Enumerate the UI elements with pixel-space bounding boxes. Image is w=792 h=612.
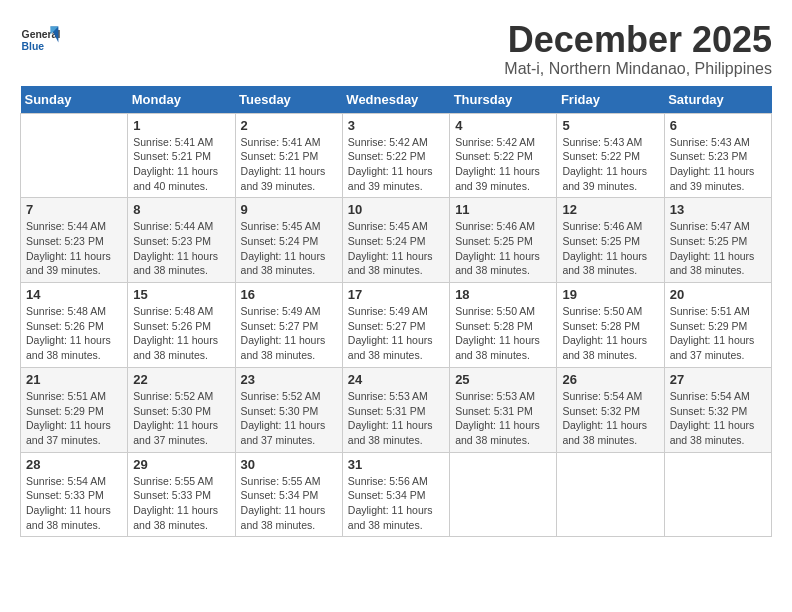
column-header-sunday: Sunday (21, 86, 128, 114)
day-number: 20 (670, 287, 766, 302)
day-number: 1 (133, 118, 229, 133)
calendar-cell: 16Sunrise: 5:49 AM Sunset: 5:27 PM Dayli… (235, 283, 342, 368)
day-info: Sunrise: 5:54 AM Sunset: 5:33 PM Dayligh… (26, 474, 122, 533)
calendar-week-row: 7Sunrise: 5:44 AM Sunset: 5:23 PM Daylig… (21, 198, 772, 283)
day-number: 15 (133, 287, 229, 302)
day-number: 11 (455, 202, 551, 217)
day-info: Sunrise: 5:54 AM Sunset: 5:32 PM Dayligh… (562, 389, 658, 448)
day-info: Sunrise: 5:50 AM Sunset: 5:28 PM Dayligh… (562, 304, 658, 363)
calendar-cell: 2Sunrise: 5:41 AM Sunset: 5:21 PM Daylig… (235, 113, 342, 198)
calendar-cell: 17Sunrise: 5:49 AM Sunset: 5:27 PM Dayli… (342, 283, 449, 368)
page-header: General Blue December 2025 Mat-i, Northe… (20, 20, 772, 78)
day-info: Sunrise: 5:43 AM Sunset: 5:22 PM Dayligh… (562, 135, 658, 194)
day-number: 26 (562, 372, 658, 387)
calendar-week-row: 1Sunrise: 5:41 AM Sunset: 5:21 PM Daylig… (21, 113, 772, 198)
calendar-cell (664, 452, 771, 537)
day-info: Sunrise: 5:56 AM Sunset: 5:34 PM Dayligh… (348, 474, 444, 533)
day-info: Sunrise: 5:46 AM Sunset: 5:25 PM Dayligh… (455, 219, 551, 278)
calendar-cell: 11Sunrise: 5:46 AM Sunset: 5:25 PM Dayli… (450, 198, 557, 283)
day-number: 22 (133, 372, 229, 387)
day-info: Sunrise: 5:51 AM Sunset: 5:29 PM Dayligh… (26, 389, 122, 448)
calendar-cell: 4Sunrise: 5:42 AM Sunset: 5:22 PM Daylig… (450, 113, 557, 198)
day-info: Sunrise: 5:42 AM Sunset: 5:22 PM Dayligh… (455, 135, 551, 194)
column-header-friday: Friday (557, 86, 664, 114)
calendar-cell: 13Sunrise: 5:47 AM Sunset: 5:25 PM Dayli… (664, 198, 771, 283)
calendar-cell (557, 452, 664, 537)
day-number: 8 (133, 202, 229, 217)
day-info: Sunrise: 5:51 AM Sunset: 5:29 PM Dayligh… (670, 304, 766, 363)
day-number: 6 (670, 118, 766, 133)
day-info: Sunrise: 5:41 AM Sunset: 5:21 PM Dayligh… (241, 135, 337, 194)
day-number: 27 (670, 372, 766, 387)
day-info: Sunrise: 5:45 AM Sunset: 5:24 PM Dayligh… (348, 219, 444, 278)
calendar-cell: 1Sunrise: 5:41 AM Sunset: 5:21 PM Daylig… (128, 113, 235, 198)
calendar-cell: 26Sunrise: 5:54 AM Sunset: 5:32 PM Dayli… (557, 367, 664, 452)
day-info: Sunrise: 5:52 AM Sunset: 5:30 PM Dayligh… (133, 389, 229, 448)
calendar-cell (450, 452, 557, 537)
month-title: December 2025 (504, 20, 772, 60)
day-info: Sunrise: 5:48 AM Sunset: 5:26 PM Dayligh… (26, 304, 122, 363)
calendar-cell (21, 113, 128, 198)
calendar-header-row: SundayMondayTuesdayWednesdayThursdayFrid… (21, 86, 772, 114)
day-number: 18 (455, 287, 551, 302)
calendar-cell: 25Sunrise: 5:53 AM Sunset: 5:31 PM Dayli… (450, 367, 557, 452)
day-info: Sunrise: 5:55 AM Sunset: 5:33 PM Dayligh… (133, 474, 229, 533)
calendar-cell: 12Sunrise: 5:46 AM Sunset: 5:25 PM Dayli… (557, 198, 664, 283)
day-info: Sunrise: 5:44 AM Sunset: 5:23 PM Dayligh… (26, 219, 122, 278)
calendar-cell: 9Sunrise: 5:45 AM Sunset: 5:24 PM Daylig… (235, 198, 342, 283)
calendar-cell: 29Sunrise: 5:55 AM Sunset: 5:33 PM Dayli… (128, 452, 235, 537)
day-info: Sunrise: 5:55 AM Sunset: 5:34 PM Dayligh… (241, 474, 337, 533)
location-title: Mat-i, Northern Mindanao, Philippines (504, 60, 772, 78)
day-info: Sunrise: 5:53 AM Sunset: 5:31 PM Dayligh… (455, 389, 551, 448)
day-number: 29 (133, 457, 229, 472)
calendar-cell: 14Sunrise: 5:48 AM Sunset: 5:26 PM Dayli… (21, 283, 128, 368)
column-header-saturday: Saturday (664, 86, 771, 114)
day-info: Sunrise: 5:49 AM Sunset: 5:27 PM Dayligh… (241, 304, 337, 363)
calendar-cell: 22Sunrise: 5:52 AM Sunset: 5:30 PM Dayli… (128, 367, 235, 452)
calendar-cell: 10Sunrise: 5:45 AM Sunset: 5:24 PM Dayli… (342, 198, 449, 283)
day-info: Sunrise: 5:45 AM Sunset: 5:24 PM Dayligh… (241, 219, 337, 278)
calendar-cell: 19Sunrise: 5:50 AM Sunset: 5:28 PM Dayli… (557, 283, 664, 368)
calendar-cell: 24Sunrise: 5:53 AM Sunset: 5:31 PM Dayli… (342, 367, 449, 452)
day-number: 19 (562, 287, 658, 302)
day-info: Sunrise: 5:54 AM Sunset: 5:32 PM Dayligh… (670, 389, 766, 448)
day-info: Sunrise: 5:42 AM Sunset: 5:22 PM Dayligh… (348, 135, 444, 194)
calendar-week-row: 21Sunrise: 5:51 AM Sunset: 5:29 PM Dayli… (21, 367, 772, 452)
day-number: 13 (670, 202, 766, 217)
day-info: Sunrise: 5:44 AM Sunset: 5:23 PM Dayligh… (133, 219, 229, 278)
day-number: 17 (348, 287, 444, 302)
calendar-cell: 18Sunrise: 5:50 AM Sunset: 5:28 PM Dayli… (450, 283, 557, 368)
day-info: Sunrise: 5:41 AM Sunset: 5:21 PM Dayligh… (133, 135, 229, 194)
calendar-cell: 7Sunrise: 5:44 AM Sunset: 5:23 PM Daylig… (21, 198, 128, 283)
day-number: 25 (455, 372, 551, 387)
column-header-wednesday: Wednesday (342, 86, 449, 114)
day-info: Sunrise: 5:47 AM Sunset: 5:25 PM Dayligh… (670, 219, 766, 278)
column-header-tuesday: Tuesday (235, 86, 342, 114)
day-number: 5 (562, 118, 658, 133)
day-info: Sunrise: 5:53 AM Sunset: 5:31 PM Dayligh… (348, 389, 444, 448)
day-number: 10 (348, 202, 444, 217)
day-number: 7 (26, 202, 122, 217)
calendar-cell: 27Sunrise: 5:54 AM Sunset: 5:32 PM Dayli… (664, 367, 771, 452)
day-number: 2 (241, 118, 337, 133)
calendar-cell: 8Sunrise: 5:44 AM Sunset: 5:23 PM Daylig… (128, 198, 235, 283)
calendar-cell: 31Sunrise: 5:56 AM Sunset: 5:34 PM Dayli… (342, 452, 449, 537)
calendar-cell: 20Sunrise: 5:51 AM Sunset: 5:29 PM Dayli… (664, 283, 771, 368)
calendar-week-row: 28Sunrise: 5:54 AM Sunset: 5:33 PM Dayli… (21, 452, 772, 537)
svg-text:Blue: Blue (22, 41, 45, 52)
day-info: Sunrise: 5:48 AM Sunset: 5:26 PM Dayligh… (133, 304, 229, 363)
day-info: Sunrise: 5:49 AM Sunset: 5:27 PM Dayligh… (348, 304, 444, 363)
calendar-cell: 3Sunrise: 5:42 AM Sunset: 5:22 PM Daylig… (342, 113, 449, 198)
calendar-cell: 23Sunrise: 5:52 AM Sunset: 5:30 PM Dayli… (235, 367, 342, 452)
day-info: Sunrise: 5:50 AM Sunset: 5:28 PM Dayligh… (455, 304, 551, 363)
calendar-table: SundayMondayTuesdayWednesdayThursdayFrid… (20, 86, 772, 538)
calendar-cell: 6Sunrise: 5:43 AM Sunset: 5:23 PM Daylig… (664, 113, 771, 198)
calendar-cell: 21Sunrise: 5:51 AM Sunset: 5:29 PM Dayli… (21, 367, 128, 452)
day-number: 30 (241, 457, 337, 472)
calendar-cell: 28Sunrise: 5:54 AM Sunset: 5:33 PM Dayli… (21, 452, 128, 537)
day-number: 9 (241, 202, 337, 217)
calendar-cell: 30Sunrise: 5:55 AM Sunset: 5:34 PM Dayli… (235, 452, 342, 537)
day-number: 16 (241, 287, 337, 302)
day-number: 3 (348, 118, 444, 133)
day-number: 12 (562, 202, 658, 217)
